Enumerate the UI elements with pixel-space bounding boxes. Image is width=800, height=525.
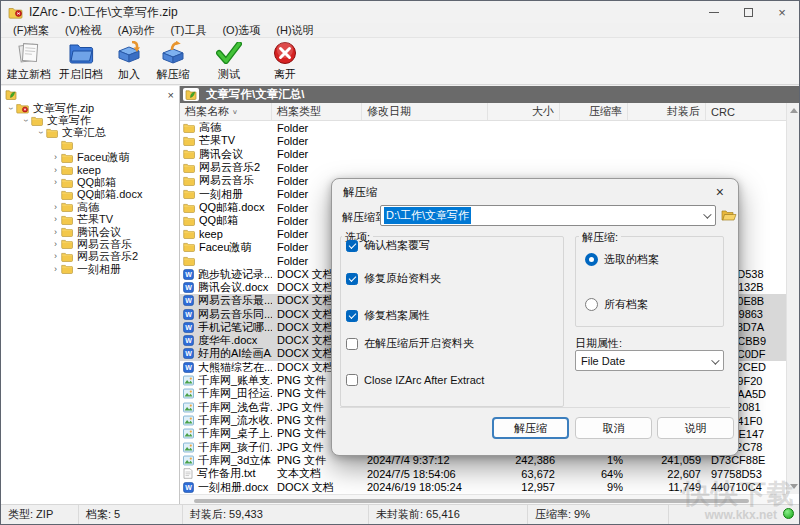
column-headers: 档案名称∨档案类型修改日期大小压缩率封装后CRC bbox=[180, 103, 799, 121]
cell-crc: D73CF88E bbox=[706, 454, 787, 466]
tree-item[interactable]: ›Faceu激萌 bbox=[1, 152, 179, 164]
radio-row[interactable]: 选取的档案 bbox=[585, 252, 659, 267]
title-bar: IZArc - D:\工作\文章写作.zip × bbox=[1, 1, 799, 23]
table-row[interactable]: 腾讯会议Folder bbox=[180, 148, 799, 161]
toolbar-button-add-files[interactable]: 加入 bbox=[107, 38, 151, 82]
scroll-down-icon[interactable] bbox=[790, 484, 798, 489]
chevron-right-icon[interactable]: › bbox=[50, 178, 61, 187]
file-name: 一刻相册.docx bbox=[198, 480, 268, 494]
toolbar-button-new-archive[interactable]: 建立新档 bbox=[3, 38, 55, 82]
scrollbar-thumb[interactable] bbox=[194, 499, 749, 503]
date-attribute-select[interactable]: File Date bbox=[575, 350, 724, 371]
cell-name: keep bbox=[180, 228, 272, 240]
menu-item[interactable]: (F)档案 bbox=[5, 23, 57, 38]
column-header-4[interactable]: 压缩率 bbox=[560, 103, 628, 120]
table-row[interactable]: 写作备用.txt文本文档2024/7/5 18:54:0663,67264%22… bbox=[180, 467, 799, 480]
menu-item[interactable]: (A)动作 bbox=[110, 23, 163, 38]
minimize-button[interactable] bbox=[697, 1, 731, 23]
docx-icon: W bbox=[183, 309, 194, 320]
image-icon bbox=[183, 388, 194, 399]
checkbox-row[interactable]: Close IZArc After Extract bbox=[346, 374, 484, 386]
minimize-icon bbox=[709, 12, 719, 13]
extract-confirm-button[interactable]: 解压缩 bbox=[492, 417, 569, 439]
checkbox-row[interactable]: 确认档案覆写 bbox=[346, 238, 430, 253]
cancel-button[interactable]: 取消 bbox=[575, 417, 652, 439]
column-header-2[interactable]: 修改日期 bbox=[362, 103, 488, 120]
close-button[interactable]: × bbox=[765, 1, 799, 23]
destination-value: D:\工作\文章写作 bbox=[384, 207, 471, 224]
checkbox-row[interactable]: 修复原始资料夹 bbox=[346, 271, 441, 286]
folder-icon bbox=[183, 216, 195, 226]
folder-icon bbox=[61, 153, 73, 163]
toolbar-button-label: 建立新档 bbox=[7, 67, 51, 82]
table-row[interactable]: 芒果TVFolder bbox=[180, 134, 799, 147]
column-header-3[interactable]: 大小 bbox=[488, 103, 560, 120]
chevron-right-icon[interactable]: › bbox=[50, 252, 61, 261]
table-row[interactable]: 高德Folder bbox=[180, 121, 799, 134]
checkbox-checked-icon[interactable] bbox=[346, 310, 358, 322]
chevron-right-icon[interactable]: › bbox=[50, 166, 61, 175]
column-header-label: 修改日期 bbox=[367, 104, 411, 119]
column-header-1[interactable]: 档案类型 bbox=[272, 103, 362, 120]
chevron-down-icon[interactable] bbox=[703, 210, 711, 218]
toolbar-button-extract[interactable]: 解压缩 bbox=[151, 38, 195, 82]
checkbox-row[interactable]: 在解压缩后开启资料夹 bbox=[346, 336, 474, 351]
table-row[interactable]: 网易云音乐2Folder bbox=[180, 161, 799, 174]
radio-unselected-icon[interactable] bbox=[585, 298, 598, 311]
image-icon bbox=[183, 415, 194, 426]
tree-item-label: 一刻相册 bbox=[77, 262, 121, 277]
chevron-right-icon[interactable]: › bbox=[50, 265, 61, 274]
toolbar-button-label: 解压缩 bbox=[157, 67, 190, 82]
dialog-title: 解压缩 bbox=[343, 185, 710, 200]
tree-panel-close-button[interactable]: × bbox=[168, 90, 174, 100]
chevron-right-icon[interactable]: › bbox=[50, 240, 61, 249]
toolbar-button-exit[interactable]: 离开 bbox=[263, 38, 307, 82]
chevron-right-icon[interactable]: › bbox=[50, 203, 61, 212]
menu-item[interactable]: (O)选项 bbox=[214, 23, 268, 38]
docx-icon: W bbox=[183, 295, 194, 306]
folder-icon bbox=[61, 227, 73, 237]
add-files-icon bbox=[116, 40, 142, 66]
checkbox-checked-icon[interactable] bbox=[346, 240, 358, 252]
zip-archive-icon bbox=[16, 103, 29, 114]
toolbar-button-open-archive[interactable]: 开启旧档 bbox=[55, 38, 107, 82]
chevron-right-icon[interactable]: › bbox=[50, 153, 61, 162]
toolbar-button-test-check[interactable]: 测试 bbox=[207, 38, 251, 82]
column-header-6[interactable]: CRC bbox=[706, 103, 787, 120]
checkbox-unchecked-icon[interactable] bbox=[346, 374, 358, 386]
folder-icon bbox=[183, 136, 195, 146]
maximize-button[interactable] bbox=[731, 1, 765, 23]
cell-ratio: 1% bbox=[560, 454, 628, 466]
browse-folder-button[interactable] bbox=[720, 206, 738, 225]
scroll-up-icon[interactable] bbox=[790, 108, 798, 113]
radio-selected-icon[interactable] bbox=[585, 253, 598, 266]
chevron-down-icon[interactable]: › bbox=[6, 103, 15, 114]
menu-item[interactable]: (T)工具 bbox=[162, 23, 214, 38]
menu-item[interactable]: (H)说明 bbox=[268, 23, 321, 38]
dialog-close-icon[interactable]: × bbox=[710, 184, 730, 200]
folder-icon bbox=[183, 242, 195, 252]
radio-row[interactable]: 所有档案 bbox=[585, 297, 648, 312]
tree-item[interactable]: ›文章汇总 bbox=[1, 127, 179, 139]
chevron-right-icon[interactable]: › bbox=[50, 228, 61, 237]
menu-bar: (F)档案(V)检视(A)动作(T)工具(O)选项(H)说明 bbox=[1, 23, 799, 38]
vertical-scrollbar[interactable] bbox=[786, 103, 799, 494]
column-header-label: CRC bbox=[711, 106, 735, 118]
toolbar: 建立新档开启旧档加入解压缩测试离开 bbox=[1, 38, 799, 85]
checkbox-checked-icon[interactable] bbox=[346, 273, 358, 285]
folder-icon bbox=[46, 128, 58, 138]
help-button[interactable]: 说明 bbox=[657, 417, 734, 439]
chevron-right-icon[interactable]: › bbox=[50, 215, 61, 224]
cell-type: Folder bbox=[272, 135, 362, 147]
checkbox-row[interactable]: 修复档案属性 bbox=[346, 308, 430, 323]
menu-item[interactable]: (V)检视 bbox=[57, 23, 110, 38]
column-header-0[interactable]: 档案名称∨ bbox=[180, 103, 272, 120]
table-row[interactable]: W一刻相册.docxDOCX 文档2024/6/19 18:05:2412,95… bbox=[180, 480, 799, 493]
chevron-down-icon[interactable]: › bbox=[21, 115, 30, 126]
tree-item[interactable]: ›一刻相册 bbox=[1, 263, 179, 275]
chevron-down-icon[interactable] bbox=[711, 356, 719, 364]
chevron-down-icon[interactable]: › bbox=[36, 127, 45, 138]
destination-combobox[interactable]: D:\工作\文章写作 bbox=[380, 205, 716, 226]
column-header-5[interactable]: 封装后 bbox=[628, 103, 706, 120]
checkbox-unchecked-icon[interactable] bbox=[346, 338, 358, 350]
